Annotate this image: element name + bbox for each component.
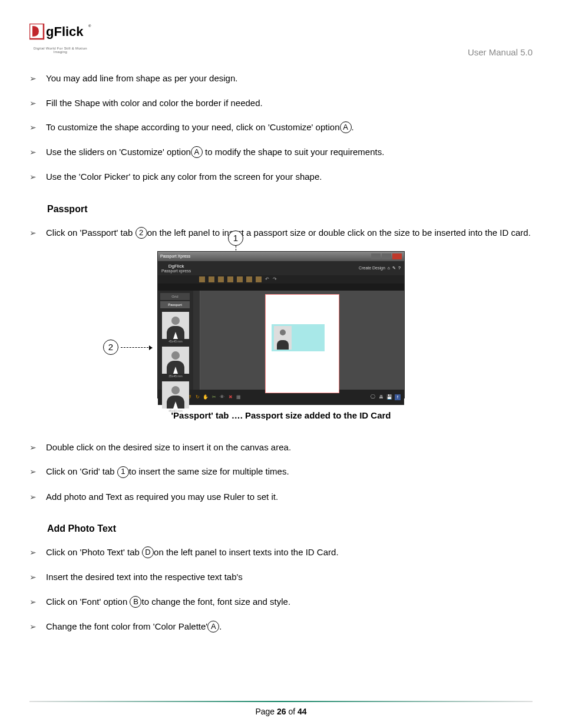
page-content: ➢ You may add line from shape as per you… — [29, 72, 533, 633]
view-icon: 🖵 — [370, 394, 376, 400]
tool-icon — [237, 276, 243, 282]
facebook-icon: f — [395, 394, 401, 400]
delete-icon: ✖ — [227, 394, 233, 400]
silhouette-icon — [162, 312, 189, 339]
text-pre: Click on 'Passport' tab — [46, 228, 135, 238]
circled-1-icon: 1 — [117, 466, 129, 478]
text-pre: To customize the shape according to your… — [46, 122, 340, 132]
silhouette-icon — [162, 381, 189, 409]
rotate-right-icon: ↻ — [194, 394, 200, 400]
bullet-text: Add photo and Text as required you may u… — [46, 490, 533, 503]
crop-icon: ✂ — [211, 394, 217, 400]
annotation-callout-1: 1 — [228, 230, 243, 246]
bullet-text: Fill the Shape with color and color the … — [46, 97, 533, 109]
redo-icon: ↷ — [273, 276, 277, 282]
tool-icon — [246, 276, 252, 282]
arrow-icon: ➢ — [29, 492, 41, 503]
thumb-label: 45x60 mm — [160, 409, 191, 413]
text-post: on the left panel to insert a passport s… — [147, 228, 531, 238]
window-controls — [371, 253, 402, 259]
undo-icon: ↶ — [265, 276, 269, 282]
app-screenshot: Passport Xpress DgFlick Passport xpress … — [157, 251, 405, 398]
text-post: to insert the same size for multiple tim… — [129, 466, 289, 476]
arrow-icon: ➢ — [29, 572, 41, 584]
tool-icon — [256, 276, 262, 282]
app-tab-text: Passport xpress — [161, 269, 191, 273]
tool-icon — [218, 276, 224, 282]
bullet-item: ➢ You may add line from shape as per you… — [29, 72, 533, 85]
text-pre: Click on 'Font' option — [46, 597, 130, 607]
screenshot-body: Grid Passport 45x45 mm — [158, 291, 404, 390]
dgflick-logo: gFlick ® — [29, 24, 91, 44]
bullet-text: Click on 'Photo Text' tab Don the left p… — [46, 546, 533, 559]
left-panel: Grid Passport 45x45 mm — [158, 291, 193, 390]
page-header: gFlick ® Digital World For Still & Motio… — [29, 24, 533, 57]
bullet-text: Double click on the desired size to inse… — [46, 441, 533, 453]
manual-version-label: User Manual 5.0 — [468, 47, 533, 57]
bullet-text: Click on 'Grid' tab 1to insert the same … — [46, 465, 533, 478]
header-right: Create Design ⌂ ✎ ? — [359, 266, 401, 271]
tool-icon — [227, 276, 233, 282]
logo-tagline: Digital World For Still & Motion Imaging — [29, 47, 91, 54]
arrow-icon: ➢ — [29, 597, 41, 608]
bullet-item: ➢ Click on 'Photo Text' tab Don the left… — [29, 546, 533, 559]
thumb-label: 35x45 mm — [160, 374, 191, 378]
arrow-icon: ➢ — [29, 621, 41, 633]
grid-icon: ▦ — [236, 394, 242, 400]
bullet-item: ➢ Click on 'Grid' tab 1to insert the sam… — [29, 465, 533, 478]
section-heading-phototext: Add Photo Text — [47, 523, 533, 534]
circled-2-icon: 2 — [135, 227, 147, 239]
mini-silhouette-icon — [274, 326, 292, 350]
svg-text:gFlick: gFlick — [46, 24, 84, 39]
bullet-text: Click on 'Font' option Bto change the fo… — [46, 595, 533, 608]
page-number: Page 26 of 44 — [29, 707, 533, 716]
bullet-item: ➢ Use the 'Color Picker' to pick any col… — [29, 170, 533, 183]
bullet-text: Use the sliders on 'Customize' optionA t… — [46, 146, 533, 159]
create-design-label: Create Design — [359, 266, 385, 270]
bullet-text: Use the 'Color Picker' to pick any color… — [46, 170, 533, 183]
maximize-icon — [382, 253, 391, 259]
text-pre: Click on 'Photo Text' tab — [46, 547, 142, 557]
passport-size-item: 45x45 mm — [160, 312, 191, 343]
svg-text:®: ® — [88, 24, 91, 28]
bullet-item: ➢ To customize the shape according to yo… — [29, 121, 533, 134]
minimize-icon — [371, 253, 381, 259]
arrow-icon: ➢ — [29, 172, 41, 183]
help-icon: ? — [398, 266, 401, 270]
passport-thumbnail — [162, 312, 189, 339]
text-post: . — [219, 621, 222, 631]
annotation-number-1: 1 — [228, 230, 243, 246]
text-pre: Click on 'Grid' tab — [46, 466, 117, 476]
canvas-area — [200, 291, 404, 390]
bullet-item: ➢ Change the font color from 'Color Pale… — [29, 620, 533, 633]
circled-b-icon: B — [130, 596, 141, 608]
page-current: 26 — [277, 707, 286, 716]
grid-tab: Grid — [160, 293, 190, 300]
bullet-text: Change the font color from 'Color Palett… — [46, 620, 533, 633]
annotation-number-2: 2 — [103, 340, 118, 355]
bullet-item: ➢ Double click on the desired size to in… — [29, 441, 533, 454]
page-prefix: Page — [255, 707, 277, 716]
print-icon: 🖶 — [378, 394, 384, 400]
arrow-icon: ➢ — [29, 147, 41, 159]
circled-d-icon: D — [142, 546, 154, 558]
passport-thumbnail — [162, 347, 189, 374]
passport-tab: Passport — [160, 301, 190, 308]
figure-caption: 'Passport' tab …. Passport size added to… — [29, 410, 533, 420]
passport-thumbnail — [162, 381, 189, 409]
arrow-icon: ➢ — [29, 73, 41, 85]
arrow-icon: ➢ — [29, 466, 41, 478]
window-titlebar: Passport Xpress — [158, 252, 404, 261]
logo-block: gFlick ® Digital World For Still & Motio… — [29, 24, 91, 53]
text-post: to modify the shape to suit your require… — [203, 147, 385, 157]
page-total: 44 — [297, 707, 307, 716]
text-post: . — [352, 122, 354, 132]
figure-container: 1 2 Passport Xpress DgFl — [29, 251, 533, 420]
ruler-vertical — [193, 291, 200, 390]
bullet-item: ➢ Click on 'Passport' tab 2on the left p… — [29, 226, 533, 239]
tool-icon: ✎ — [392, 266, 396, 271]
bullet-text: Click on 'Passport' tab 2on the left pan… — [46, 226, 533, 239]
bullet-item: ➢ Click on 'Font' option Bto change the … — [29, 595, 533, 608]
bullet-item: ➢ Add photo and Text as required you may… — [29, 490, 533, 503]
text-pre: Use the sliders on 'Customize' option — [46, 147, 191, 157]
